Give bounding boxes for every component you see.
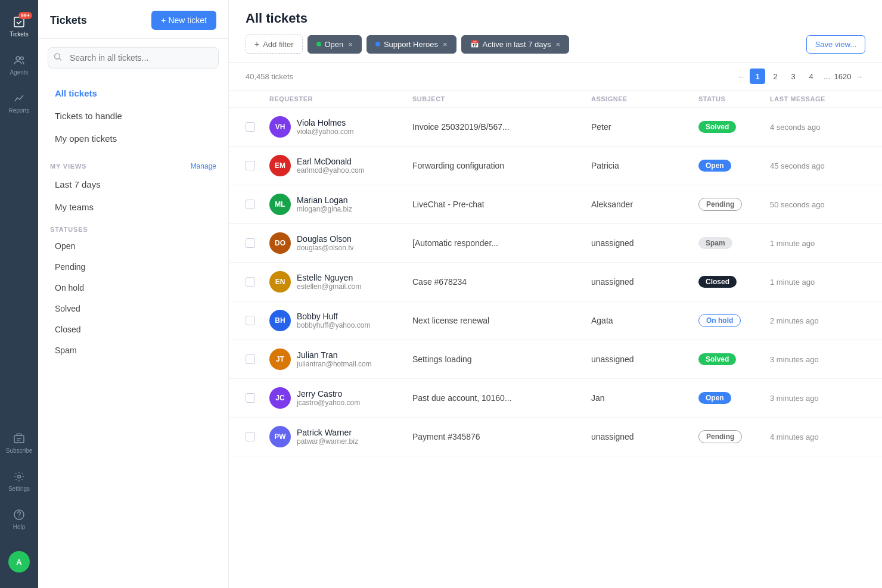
icon-bar-bottom: Subscribe Settings Help A xyxy=(0,424,38,581)
requester-email-6: juliantran@hotmail.com xyxy=(297,360,372,368)
nav-last7days[interactable]: Last 7 days xyxy=(43,173,223,195)
row-checkbox-2[interactable] xyxy=(246,200,269,209)
table-row[interactable]: JC Jerry Castro jcastro@yahoo.com Past d… xyxy=(229,379,882,418)
requester-name-6: Julian Tran xyxy=(297,350,372,360)
support-dot-icon xyxy=(375,42,380,46)
status-solved[interactable]: Solved xyxy=(43,298,223,319)
requester-info-1: Earl McDonald earlmcd@yahoo.com xyxy=(297,157,365,175)
page-last-button[interactable]: 1620 xyxy=(835,69,850,84)
prev-page-button[interactable]: ← xyxy=(735,72,747,81)
page-1-button[interactable]: 1 xyxy=(750,69,765,84)
sidebar-item-agents[interactable]: Agents xyxy=(0,45,38,83)
page-2-button[interactable]: 2 xyxy=(768,69,783,84)
main-header: All tickets + Add filter Open × Support … xyxy=(229,0,882,63)
row-checkbox-3[interactable] xyxy=(246,238,269,248)
search-input[interactable] xyxy=(48,47,219,69)
row-checkbox-6[interactable] xyxy=(246,354,269,364)
svg-point-10 xyxy=(55,54,60,59)
ticket-table-area: 40,458 tickets ← 1 2 3 4 ... 1620 → REQU… xyxy=(229,63,882,588)
sidebar-item-subscribe[interactable]: Subscribe xyxy=(0,424,38,462)
header-last-message: LAST MESSAGE xyxy=(770,95,865,102)
table-row[interactable]: BH Bobby Huff bobbyhuff@yahoo.com Next l… xyxy=(229,301,882,340)
table-row[interactable]: VH Viola Holmes viola@yahoo.com Invoice … xyxy=(229,108,882,147)
new-ticket-button[interactable]: + New ticket xyxy=(151,11,216,30)
filter-support-heroes-button[interactable]: Support Heroes × xyxy=(367,35,456,54)
sidebar-title: Tickets xyxy=(50,14,87,27)
row-checkbox-4[interactable] xyxy=(246,277,269,287)
row-checkbox-0[interactable] xyxy=(246,122,269,132)
last-message-5: 2 minutes ago xyxy=(770,316,865,325)
subject-cell-8: Payment #345876 xyxy=(412,432,591,441)
status-open[interactable]: Open xyxy=(43,236,223,256)
sidebar-item-help[interactable]: Help xyxy=(0,500,38,538)
sidebar-item-tickets[interactable]: 99+ Tickets xyxy=(0,7,38,45)
requester-email-8: patwar@warner.biz xyxy=(297,437,358,446)
next-page-button[interactable]: → xyxy=(853,72,865,81)
subject-cell-3: [Automatic responder... xyxy=(412,238,591,248)
requester-cell-5: BH Bobby Huff bobbyhuff@yahoo.com xyxy=(269,310,412,331)
assignee-cell-7: Jan xyxy=(591,393,698,403)
requester-info-2: Marian Logan mlogan@gina.biz xyxy=(297,195,352,213)
nav-all-tickets[interactable]: All tickets xyxy=(43,82,223,104)
sidebar-item-reports[interactable]: Reports xyxy=(0,83,38,122)
nav-my-teams[interactable]: My teams xyxy=(43,196,223,218)
header-requester: REQUESTER xyxy=(269,95,412,102)
row-checkbox-8[interactable] xyxy=(246,432,269,441)
table-meta: 40,458 tickets ← 1 2 3 4 ... 1620 → xyxy=(229,63,882,91)
save-view-button[interactable]: Save view... xyxy=(806,35,865,54)
assignee-cell-8: unassigned xyxy=(591,432,698,441)
status-closed[interactable]: Closed xyxy=(43,319,223,340)
status-cell-4: Closed xyxy=(698,276,770,288)
manage-link[interactable]: Manage xyxy=(191,162,216,170)
requester-email-7: jcastro@yahoo.com xyxy=(297,399,360,407)
requester-info-4: Estelle Nguyen estellen@gmail.com xyxy=(297,273,361,291)
settings-icon xyxy=(13,470,26,483)
page-3-button[interactable]: 3 xyxy=(785,69,801,84)
assignee-cell-4: unassigned xyxy=(591,277,698,287)
header-status: STATUS xyxy=(698,95,770,102)
status-cell-5: On hold xyxy=(698,314,770,327)
pagination: ← 1 2 3 4 ... 1620 → xyxy=(735,69,865,84)
table-row[interactable]: EN Estelle Nguyen estellen@gmail.com Cas… xyxy=(229,263,882,301)
requester-name-5: Bobby Huff xyxy=(297,312,370,321)
page-4-button[interactable]: 4 xyxy=(803,69,819,84)
row-checkbox-5[interactable] xyxy=(246,316,269,325)
filter-open-button[interactable]: Open × xyxy=(308,35,362,54)
nav-tickets-to-handle[interactable]: Tickets to handle xyxy=(43,105,223,127)
status-pending[interactable]: Pending xyxy=(43,257,223,277)
requester-info-3: Douglas Olson douglas@olson.tv xyxy=(297,234,354,252)
filter-active-last7-button[interactable]: 📅 Active in last 7 days × xyxy=(461,35,569,54)
table-row[interactable]: DO Douglas Olson douglas@olson.tv [Autom… xyxy=(229,224,882,263)
requester-info-6: Julian Tran juliantran@hotmail.com xyxy=(297,350,372,368)
requester-cell-3: DO Douglas Olson douglas@olson.tv xyxy=(269,232,412,254)
sidebar-item-settings[interactable]: Settings xyxy=(0,462,38,500)
nav-my-open-tickets[interactable]: My open tickets xyxy=(43,127,223,150)
agents-icon xyxy=(13,54,26,67)
status-spam[interactable]: Spam xyxy=(43,340,223,360)
table-row[interactable]: JT Julian Tran juliantran@hotmail.com Se… xyxy=(229,340,882,379)
subject-cell-2: LiveChat - Pre-chat xyxy=(412,200,591,209)
user-avatar: A xyxy=(8,551,30,573)
main-content: All tickets + Add filter Open × Support … xyxy=(229,0,882,588)
status-badge-2: Pending xyxy=(698,198,742,211)
requester-info-0: Viola Holmes viola@yahoo.com xyxy=(297,118,354,136)
table-row[interactable]: EM Earl McDonald earlmcd@yahoo.com Forwa… xyxy=(229,147,882,185)
sidebar: Tickets + New ticket All tickets Tickets… xyxy=(38,0,229,588)
calendar-icon: 📅 xyxy=(470,40,479,48)
filter-active-label: Active in last 7 days xyxy=(483,40,551,49)
svg-rect-3 xyxy=(14,435,24,443)
row-checkbox-1[interactable] xyxy=(246,161,269,170)
table-row[interactable]: ML Marian Logan mlogan@gina.biz LiveChat… xyxy=(229,185,882,224)
last-message-8: 4 minutes ago xyxy=(770,433,865,441)
filter-bar: + Add filter Open × Support Heroes × 📅 A… xyxy=(246,35,865,54)
row-checkbox-7[interactable] xyxy=(246,393,269,403)
table-row[interactable]: PW Patrick Warner patwar@warner.biz Paym… xyxy=(229,418,882,456)
subject-cell-4: Case #678234 xyxy=(412,277,591,287)
svg-rect-4 xyxy=(17,434,21,435)
status-onhold[interactable]: On hold xyxy=(43,278,223,298)
add-filter-button[interactable]: + Add filter xyxy=(246,35,303,54)
subject-cell-6: Settings loading xyxy=(412,354,591,364)
user-avatar-item[interactable]: A xyxy=(0,543,38,581)
help-icon xyxy=(13,508,26,521)
status-badge-1: Open xyxy=(698,160,731,172)
